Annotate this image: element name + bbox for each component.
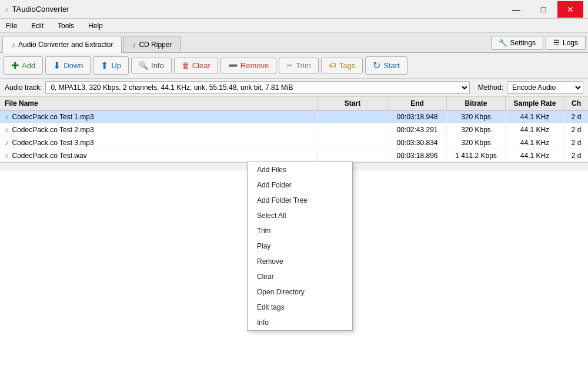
menu-file[interactable]: File: [4, 21, 19, 31]
cell-start: [318, 128, 388, 132]
clear-icon: 🗑: [182, 61, 189, 70]
file-music-icon: ♪: [5, 151, 9, 160]
tab-cd-icon: ♪: [132, 40, 136, 49]
minimize-button[interactable]: —: [503, 1, 529, 18]
trim-button[interactable]: ✂ Trim: [279, 58, 319, 73]
file-row[interactable]: ♪ CodecPack.co Test 2.mp3 00:02:43.291 3…: [0, 123, 588, 136]
file-music-icon: ♪: [5, 112, 9, 121]
cell-samplerate: 44.1 KHz: [506, 137, 564, 149]
cell-ch: 2 d: [564, 137, 588, 149]
cell-bitrate: 320 Kbps: [447, 111, 506, 123]
down-icon: ⬇: [53, 60, 61, 71]
settings-label: Settings: [510, 39, 536, 47]
up-icon: ⬆: [101, 60, 108, 71]
audio-track-bar: Audio track: 0, MPA1L3, 320 Kbps, 2 chan…: [0, 79, 588, 97]
cell-end: 00:03:30.834: [388, 137, 447, 149]
audio-track-select[interactable]: 0, MPA1L3, 320 Kbps, 2 channels, 44.1 KH…: [45, 81, 469, 94]
context-menu-item-add-files[interactable]: Add Files: [248, 162, 352, 177]
menu-tools[interactable]: Tools: [55, 21, 76, 31]
cell-end: 00:02:43.291: [388, 124, 447, 136]
tags-button[interactable]: 🏷 Tags: [321, 58, 363, 73]
col-end-header: End: [388, 97, 447, 110]
tab-settings-area: 🔧 Settings ☰ Logs: [491, 36, 586, 52]
maximize-button[interactable]: □: [530, 1, 556, 18]
cell-filename: ♪ CodecPack.co Test.wav: [0, 149, 318, 162]
context-menu-item-open-directory[interactable]: Open Directory: [248, 284, 352, 300]
cell-start: [318, 154, 388, 157]
cell-start: [318, 115, 388, 119]
tags-icon: 🏷: [329, 61, 336, 70]
info-icon: 🔍: [139, 61, 148, 70]
col-ch-header: Ch: [564, 97, 588, 110]
context-menu: Add FilesAdd FolderAdd Folder TreeSelect…: [247, 162, 353, 331]
context-menu-item-remove[interactable]: Remove: [248, 254, 352, 269]
context-menu-item-add-folder-tree[interactable]: Add Folder Tree: [248, 193, 352, 208]
menu-help[interactable]: Help: [86, 21, 105, 31]
file-row[interactable]: ♪ CodecPack.co Test 3.mp3 00:03:30.834 3…: [0, 136, 588, 149]
menu-bar: File Edit Tools Help: [0, 19, 588, 33]
cell-bitrate: 320 Kbps: [447, 137, 506, 149]
app-title: TAudioConverter: [12, 5, 69, 14]
tab-cd-ripper[interactable]: ♪ CD Ripper: [123, 36, 181, 52]
logs-icon: ☰: [553, 39, 560, 47]
method-label: Method:: [478, 83, 503, 92]
file-music-icon: ♪: [5, 125, 9, 134]
cell-filename: ♪ CodecPack.co Test 2.mp3: [0, 123, 318, 136]
remove-button[interactable]: ➖ Remove: [220, 58, 276, 73]
cell-start: [318, 141, 388, 145]
clear-button[interactable]: 🗑 Clear: [174, 58, 218, 73]
col-bitrate-header: Bitrate: [447, 97, 506, 110]
context-menu-item-select-all[interactable]: Select All: [248, 208, 352, 223]
toolbar: ✚ Add ⬇ Down ⬆ Up 🔍 Info 🗑 Clear ➖ Remov…: [0, 53, 588, 79]
add-button[interactable]: ✚ Add: [4, 56, 43, 75]
logs-button[interactable]: ☰ Logs: [546, 36, 586, 50]
context-menu-item-add-folder[interactable]: Add Folder: [248, 177, 352, 193]
settings-icon: 🔧: [499, 39, 507, 47]
menu-edit[interactable]: Edit: [29, 21, 46, 31]
close-button[interactable]: ✕: [557, 1, 583, 18]
context-menu-item-trim[interactable]: Trim: [248, 223, 352, 239]
col-samplerate-header: Sample Rate: [506, 97, 564, 110]
context-menu-item-info[interactable]: Info: [248, 315, 352, 330]
down-button[interactable]: ⬇ Down: [45, 56, 91, 75]
col-filename-header: File Name: [0, 97, 318, 110]
app-icon: ♪: [5, 5, 9, 14]
context-menu-item-edit-tags[interactable]: Edit tags: [248, 300, 352, 315]
start-button[interactable]: ↻ Start: [365, 56, 407, 75]
title-bar-left: ♪ TAudioConverter: [5, 5, 69, 14]
cell-samplerate: 44.1 KHz: [506, 124, 564, 136]
info-button[interactable]: 🔍 Info: [131, 58, 172, 73]
cell-ch: 2 d: [564, 111, 588, 123]
up-button[interactable]: ⬆ Up: [93, 56, 129, 75]
title-bar-controls: — □ ✕: [503, 1, 583, 18]
cell-filename: ♪ CodecPack.co Test 1.mp3: [0, 110, 318, 123]
add-icon: ✚: [11, 60, 19, 71]
cell-bitrate: 1 411.2 Kbps: [447, 150, 506, 162]
title-bar: ♪ TAudioConverter — □ ✕: [0, 0, 588, 19]
col-start-header: Start: [318, 97, 388, 110]
tab-audio-converter[interactable]: ♪ Audio Converter and Extractor: [2, 36, 122, 53]
cell-end: 00:03:18.896: [388, 150, 447, 162]
cell-bitrate: 320 Kbps: [447, 124, 506, 136]
file-list-body: ♪ CodecPack.co Test 1.mp3 00:03:18.948 3…: [0, 110, 588, 162]
remove-icon: ➖: [228, 61, 238, 70]
audio-track-label: Audio track:: [5, 83, 42, 92]
file-row[interactable]: ♪ CodecPack.co Test.wav 00:03:18.896 1 4…: [0, 149, 588, 162]
file-row[interactable]: ♪ CodecPack.co Test 1.mp3 00:03:18.948 3…: [0, 110, 588, 123]
context-menu-item-play[interactable]: Play: [248, 239, 352, 254]
method-select[interactable]: Encode Audio: [507, 81, 583, 94]
cell-end: 00:03:18.948: [388, 111, 447, 123]
start-icon: ↻: [373, 60, 380, 71]
cell-samplerate: 44.1 KHz: [506, 111, 564, 123]
tab-bar: ♪ Audio Converter and Extractor ♪ CD Rip…: [0, 33, 588, 53]
cell-filename: ♪ CodecPack.co Test 3.mp3: [0, 136, 318, 149]
logs-label: Logs: [563, 39, 578, 47]
context-menu-item-clear[interactable]: Clear: [248, 269, 352, 284]
cell-samplerate: 44.1 KHz: [506, 150, 564, 162]
tab-cd-label: CD Ripper: [139, 41, 172, 49]
settings-button[interactable]: 🔧 Settings: [491, 36, 543, 50]
file-list-header: File Name Start End Bitrate Sample Rate …: [0, 97, 588, 110]
tab-audio-label: Audio Converter and Extractor: [18, 41, 113, 49]
cell-ch: 2 d: [564, 150, 588, 162]
trim-icon: ✂: [286, 61, 293, 70]
